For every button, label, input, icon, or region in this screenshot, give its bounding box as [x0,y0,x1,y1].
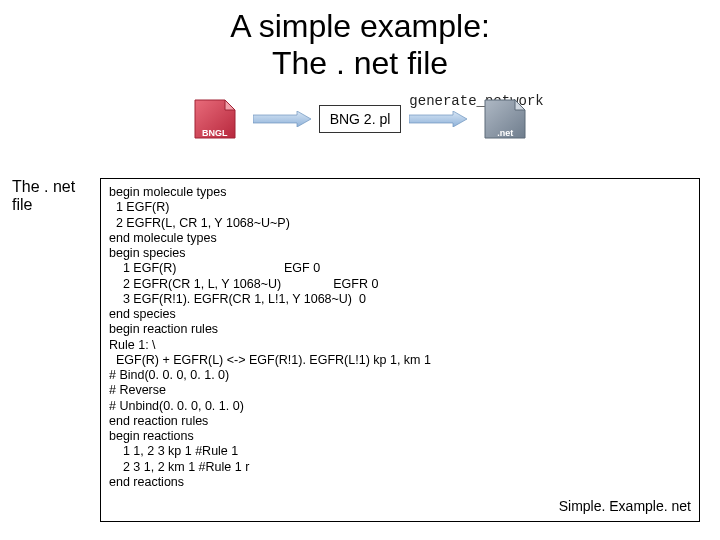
code-line: begin molecule types [109,185,691,200]
code-line: EGF(R) + EGFR(L) <-> EGF(R!1). EGFR(L!1)… [109,353,691,368]
arrow-icon [409,111,467,127]
code-line: Rule 1: \ [109,338,691,353]
bng2-box: BNG 2. pl [319,105,402,133]
title-line2c: file [398,45,448,81]
code-line: # Unbind(0. 0. 0, 0. 1. 0) [109,399,691,414]
bngl-file-icon: BNGL [185,96,245,142]
title-line2b: . net [336,45,398,81]
code-line: 1 1, 2 3 kp 1 #Rule 1 [109,444,691,459]
main-content: The . net file begin molecule types 1 EG… [12,178,700,522]
title-line2a: The [272,45,336,81]
code-line: begin reaction rules [109,322,691,337]
code-line: # Reverse [109,383,691,398]
code-line: 1 EGF(R) [109,200,691,215]
code-line: end molecule types [109,231,691,246]
code-line: # Bind(0. 0. 0, 0. 1. 0) [109,368,691,383]
pipeline-flow: BNGL BNG 2. pl generate_network [0,96,720,142]
title-line1: A simple example: [230,8,490,44]
bngl-label: BNGL [185,128,245,138]
code-line: end reactions [109,475,691,490]
side-label: The . net file [12,178,100,215]
code-line: begin reactions [109,429,691,444]
side-l2: file [12,196,32,213]
filename-label: Simple. Example. net [559,498,691,515]
code-content: begin molecule types 1 EGF(R) 2 EGFR(L, … [109,185,691,490]
code-line: 2 EGFR(CR 1, L, Y 1068~U) EGFR 0 [109,277,691,292]
code-line: 3 EGF(R!1). EGFR(CR 1, L!1, Y 1068~U) 0 [109,292,691,307]
code-line: 2 3 1, 2 km 1 #Rule 1 r [109,460,691,475]
side-l1: The . net [12,178,75,195]
net-label: .net [475,128,535,138]
arrow-icon [253,111,311,127]
code-line: 1 EGF(R) EGF 0 [109,261,691,276]
net-file-icon: .net [475,96,535,142]
bng2-label: BNG 2. pl [330,111,391,127]
code-line: 2 EGFR(L, CR 1, Y 1068~U~P) [109,216,691,231]
code-line: end species [109,307,691,322]
code-line: end reaction rules [109,414,691,429]
slide-title: A simple example: The . net file [0,8,720,82]
code-box: begin molecule types 1 EGF(R) 2 EGFR(L, … [100,178,700,522]
code-line: begin species [109,246,691,261]
